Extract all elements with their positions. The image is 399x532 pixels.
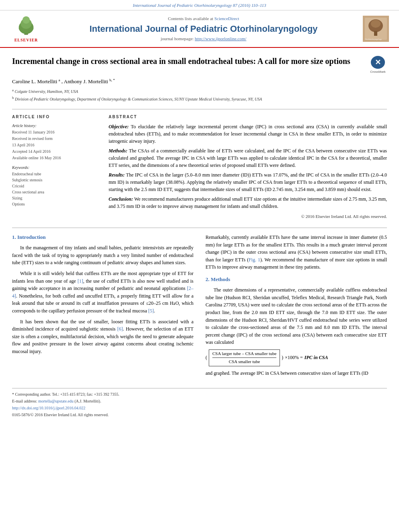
intro-title: Introduction <box>17 234 46 240</box>
article-info-abstract: ARTICLE INFO Article history: Received 1… <box>12 109 387 220</box>
article-title-section: Incremental change in cross sectional ar… <box>12 56 387 74</box>
issn-line: 0165-5876/© 2016 Elsevier Ireland Ltd. A… <box>12 412 387 418</box>
keywords-section: Keywords: Endotracheal tube Subglottic s… <box>12 165 101 207</box>
article-info-header: ARTICLE INFO <box>12 114 101 120</box>
journal-cover-svg: Otorhinolaryngology <box>363 16 389 42</box>
journal-citation-bar: International Journal of Pediatric Otorh… <box>0 0 399 10</box>
formula-denominator: CSA smaller tube <box>212 358 276 365</box>
article-info-col: ARTICLE INFO Article history: Received 1… <box>12 114 101 220</box>
history-label: Article history: <box>12 123 101 129</box>
formula-result: IPC in CSA <box>304 354 328 361</box>
methods-para-2: and graphed. The average IPC in CSA betw… <box>206 370 387 377</box>
journal-cover-image: Otorhinolaryngology <box>363 16 389 42</box>
ref-1: [1] <box>78 278 83 284</box>
available-online: Available online 16 May 2016 <box>12 155 101 161</box>
svg-text:Otorhinolaryngology: Otorhinolaryngology <box>365 38 382 40</box>
ref-6: [6] <box>117 326 123 332</box>
conclusion-text: We recommend manufacturers produce addit… <box>109 196 387 209</box>
email-link[interactable]: mortella@upstate.edu <box>38 399 74 403</box>
crossmark-icon: ✕ <box>375 58 381 68</box>
conclusion-label: Conclusion: <box>109 196 133 202</box>
methods-number: 2. <box>206 276 210 282</box>
affiliation-a-marker: a <box>12 88 14 92</box>
received-revised-date: 13 April 2016 <box>12 142 101 148</box>
author-1-sup: a <box>59 78 60 82</box>
formula-open-paren: ( <box>206 354 207 361</box>
affiliation-a: a Colgate University, Hamilton, NY, USA <box>12 88 387 94</box>
accepted-date: Accepted 14 April 2016 <box>12 149 101 154</box>
elsevier-brand: ELSEVIER <box>14 37 38 43</box>
objective-label: Objective: <box>109 124 129 129</box>
keyword-3: Cricoid <box>12 183 101 189</box>
fig-1-ref: Fig. 1 <box>249 257 260 263</box>
svg-rect-10 <box>374 31 377 36</box>
science-direct-line: Contents lists available at ScienceDirec… <box>44 16 363 22</box>
intro-right-para-1: Remarkably, currently available ETTs hav… <box>206 234 387 271</box>
journal-citation: International Journal of Pediatric Otorh… <box>133 3 266 8</box>
formula-multiplier: ×100% = <box>285 354 303 361</box>
keyword-2: Subglottic stenosis <box>12 177 101 183</box>
history-label-text: Article history: <box>12 123 37 128</box>
formula-fraction: CSA larger tube – CSA smaller tube CSA s… <box>209 349 280 366</box>
homepage-link[interactable]: http://www.ijporlonline.com/ <box>195 36 246 41</box>
science-direct-link[interactable]: ScienceDirect <box>214 16 239 21</box>
affiliation-b: b Division of Pediatric Otolaryngology, … <box>12 95 387 102</box>
keywords-label-text: Keywords: <box>12 165 29 170</box>
author-1: Caroline L. Mortelliti a <box>12 78 60 84</box>
ref-5: [5] <box>148 308 154 314</box>
crossmark-label: CrossMark <box>370 70 386 74</box>
body-left-col: 1. Introduction In the management of tin… <box>12 234 193 380</box>
formula-numerator: CSA larger tube – CSA smaller tube <box>212 351 276 358</box>
main-content: Incremental change in cross sectional ar… <box>0 48 399 427</box>
doi-line: http://dx.doi.org/10.1016/j.ijporl.2016.… <box>12 405 387 411</box>
methods-text: The CSAs of a commercially available lin… <box>109 148 387 168</box>
formula-block: ( CSA larger tube – CSA smaller tube CSA… <box>206 349 387 366</box>
keyword-6: Options <box>12 201 101 207</box>
keyword-1: Endotracheal tube <box>12 171 101 177</box>
abstract-objective: Objective: To elucidate the relatively l… <box>109 123 387 145</box>
email-label: E-mail address: <box>12 399 37 403</box>
abstract-header: ABSTRACT <box>109 114 387 120</box>
methods-para-1: The outer dimensions of a representative… <box>206 286 387 346</box>
svg-point-3 <box>23 16 30 24</box>
keywords-label: Keywords: <box>12 165 101 170</box>
abstract-methods: Methods: The CSAs of a commercially avai… <box>109 147 387 169</box>
formula-close-paren: ) <box>282 354 283 361</box>
affiliation-a-text: Colgate University, Hamilton, NY, USA <box>15 89 78 94</box>
svg-point-4 <box>19 27 23 31</box>
crossmark-circle: ✕ <box>371 56 385 69</box>
affiliation-b-text: Division of Pediatric Otolaryngology, De… <box>15 97 262 102</box>
svg-point-9 <box>371 20 380 28</box>
crossmark-badge: ✕ CrossMark <box>369 56 387 74</box>
abstract-conclusion: Conclusion: We recommend manufacturers p… <box>109 195 387 210</box>
objective-text: To elucidate the relatively large increm… <box>109 124 387 144</box>
homepage-label: journal homepage: <box>160 36 193 41</box>
ref-2-4: [2–4] <box>12 286 193 299</box>
email-suffix: (A.J. Mortelliti). <box>74 399 101 403</box>
received-date: Received 11 January 2016 <box>12 129 101 135</box>
email-line: E-mail address: mortella@upstate.edu (A.… <box>12 398 387 404</box>
authors-line: Caroline L. Mortelliti a , Anthony J. Mo… <box>12 77 387 85</box>
methods-label: Methods: <box>109 148 128 154</box>
abstract-section: Objective: To elucidate the relatively l… <box>109 123 387 220</box>
elsevier-logo-area: ELSEVIER <box>8 14 44 43</box>
abstract-col: ABSTRACT Objective: To elucidate the rel… <box>109 114 387 220</box>
doi-link[interactable]: http://dx.doi.org/10.1016/j.ijporl.2016.… <box>12 406 85 410</box>
article-title: Incremental change in cross sectional ar… <box>12 56 369 66</box>
author-2: Anthony J. Mortelliti b, * <box>64 78 115 84</box>
elsevier-tree-icon <box>12 14 40 37</box>
received-revised-label: Received in revised form <box>12 136 101 142</box>
contents-label: Contents lists available at <box>168 16 213 21</box>
intro-number: 1. <box>12 234 16 240</box>
results-label: Results: <box>109 172 125 178</box>
keyword-4: Cross sectional area <box>12 189 101 195</box>
author-2-sup: b, * <box>109 78 115 82</box>
author-separator: , <box>62 78 64 84</box>
body-section: 1. Introduction In the management of tin… <box>12 228 387 380</box>
corresponding-note: * Corresponding author. Tel.: +315 415 8… <box>12 392 387 397</box>
elsevier-logo: ELSEVIER <box>8 14 44 43</box>
intro-para-2: While it is still widely held that cuffl… <box>12 270 193 315</box>
footer-area: * Corresponding author. Tel.: +315 415 8… <box>12 388 387 418</box>
journal-header: ELSEVIER Contents lists available at Sci… <box>0 10 399 48</box>
journal-cover-thumb: Otorhinolaryngology <box>363 16 391 42</box>
